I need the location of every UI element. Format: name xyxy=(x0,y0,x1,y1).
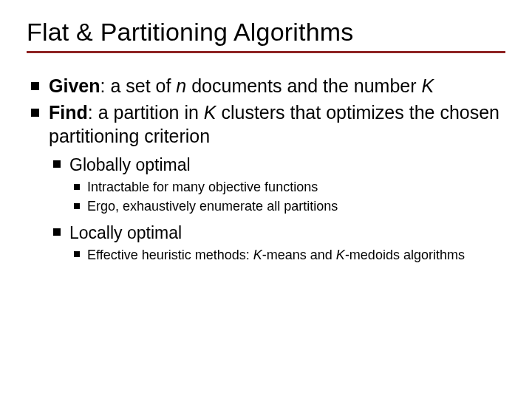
given-k: K xyxy=(421,75,434,96)
bullet-find: Find: a partition in K clusters that opt… xyxy=(27,100,505,264)
bullet-list-lvl3-local: Effective heuristic methods: K-means and… xyxy=(69,246,505,264)
given-text-a: : a set of xyxy=(100,75,176,96)
bullet-global: Globally optimal Intractable for many ob… xyxy=(49,154,505,216)
slide: Flat & Partitioning Algorithms Given: a … xyxy=(0,0,532,399)
bullet-list-lvl3-global: Intractable for many objective functions… xyxy=(69,178,505,216)
find-text-a: : a partition in xyxy=(88,102,204,123)
bullet-given: Given: a set of n documents and the numb… xyxy=(27,74,505,98)
local-sub1-b: -means and xyxy=(262,248,336,262)
find-k: K xyxy=(204,102,216,123)
bullet-local: Locally optimal Effective heuristic meth… xyxy=(49,222,505,264)
slide-title: Flat & Partitioning Algorithms xyxy=(27,18,505,53)
bullet-list-lvl1: Given: a set of n documents and the numb… xyxy=(27,74,505,264)
local-sub1-a: Effective heuristic methods: xyxy=(87,248,253,262)
local-label: Locally optimal xyxy=(69,223,182,242)
global-sub1: Intractable for many objective functions xyxy=(69,178,505,196)
local-sub1-k1: K xyxy=(253,248,262,262)
given-n: n xyxy=(176,75,186,96)
given-text-b: documents and the number xyxy=(186,75,421,96)
local-sub1: Effective heuristic methods: K-means and… xyxy=(69,246,505,264)
local-sub1-k2: K xyxy=(336,248,345,262)
find-label: Find xyxy=(49,102,88,123)
global-label: Globally optimal xyxy=(69,155,191,174)
global-sub2: Ergo, exhaustively enumerate all partiti… xyxy=(69,197,505,215)
local-sub1-c: -medoids algorithms xyxy=(345,248,465,262)
bullet-list-lvl2: Globally optimal Intractable for many ob… xyxy=(49,154,505,264)
given-label: Given xyxy=(49,75,100,96)
